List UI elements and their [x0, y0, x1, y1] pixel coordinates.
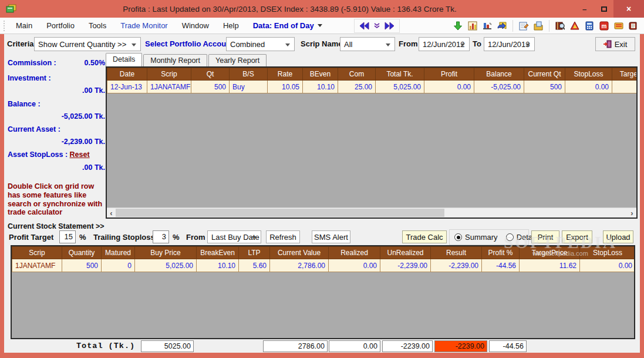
grid-row[interactable]: 12-Jun-131JANATAMF500Buy10.0510.1025.005…	[107, 81, 638, 93]
grid-cell[interactable]: 12-Jun-13	[107, 81, 147, 93]
chevron-down-icon	[132, 44, 136, 46]
minimize-button[interactable]: –	[575, 0, 594, 18]
menu-help[interactable]: Help	[216, 19, 246, 32]
grid-cell[interactable]: 1JANATAMF	[147, 81, 191, 93]
scrip-name-combo[interactable]: All	[340, 37, 395, 51]
grid-cell[interactable]: 10.10	[303, 81, 338, 93]
tab-monthly-report[interactable]: Monthly Report	[143, 54, 207, 66]
grid-row[interactable]: 1JANATAMF50005,025.0010.105.602,786.000.…	[12, 259, 636, 272]
summary-radio[interactable]: Summary	[454, 233, 498, 242]
grid-cell[interactable]: 11.62	[520, 259, 580, 272]
grid-cell[interactable]: 1JANATAMF	[12, 259, 62, 272]
statement-controls: Profit Target 15 % Trailing Stoploss 3 %…	[4, 229, 640, 245]
contacts-icon[interactable]	[628, 20, 639, 32]
grid-cell[interactable]: 500	[524, 81, 565, 93]
scroll-left-arrow[interactable]: ‹	[107, 208, 116, 218]
summary-sidebar: Commission : 0.50% Investment : .00 Tk. …	[4, 55, 107, 234]
column-header: Profit %	[482, 247, 520, 259]
app-window: Profita : Last Updated on 30/Apr/2013, D…	[0, 0, 644, 358]
menu-tools[interactable]: Tools	[82, 19, 113, 32]
investment-value: .00 Tk.	[8, 86, 105, 95]
calculator-icon[interactable]	[584, 20, 595, 32]
market-icon[interactable]: m	[598, 20, 610, 32]
bar-chart-icon[interactable]	[467, 20, 478, 32]
quantity-filter-value: Show Current Quantity >>	[38, 40, 126, 49]
grid-cell[interactable]: 10.10	[197, 259, 239, 272]
exit-label: Exit	[615, 40, 628, 49]
quantity-filter-combo[interactable]: Show Current Quantity >>	[34, 37, 141, 51]
from-date-picker[interactable]: 12/Jun/2012	[419, 37, 470, 51]
grid-cell[interactable]: 25.00	[338, 81, 376, 93]
trade-calc-button[interactable]: Trade Calc	[402, 230, 447, 243]
grid-cell[interactable]: 5,025.00	[135, 259, 197, 272]
exit-door-icon	[603, 40, 612, 48]
grid-cell[interactable]: 0.00	[580, 259, 636, 272]
scroll-right-arrow[interactable]: ›	[628, 208, 636, 218]
tab-details[interactable]: Details	[106, 53, 142, 66]
upload-button[interactable]: Upload	[603, 230, 633, 243]
refresh-button[interactable]: Refresh	[266, 230, 300, 243]
grid-cell[interactable]: 0	[102, 259, 135, 272]
grid-cell[interactable]: -2,239.00	[380, 259, 431, 272]
nav-expand-icon[interactable]	[373, 23, 380, 29]
radio-unselected-icon	[506, 233, 514, 241]
search-book-icon[interactable]	[554, 20, 566, 32]
trailing-stoploss-input[interactable]: 3	[153, 230, 169, 243]
print-button[interactable]: Print	[531, 230, 559, 243]
to-date-picker[interactable]: 12/Jun/2013	[484, 37, 535, 51]
close-button[interactable]: ×	[613, 0, 644, 18]
profit-target-input[interactable]: 15	[59, 230, 76, 243]
horizontal-scrollbar[interactable]: ‹ ›	[107, 208, 636, 218]
grid-cell[interactable]: -44.56	[482, 259, 520, 272]
column-header: TargetPrice	[520, 247, 580, 259]
grid-cell[interactable]: 5.60	[239, 259, 270, 272]
menu-window[interactable]: Window	[175, 19, 216, 32]
grid-cell[interactable]: 500	[62, 259, 102, 272]
column-header: Result	[431, 247, 482, 259]
total-profit-percent: -44.56	[489, 340, 527, 352]
from-basis-combo[interactable]: Last Buy Date	[207, 230, 261, 243]
window-title: Profita : Last Updated on 30/Apr/2013, D…	[0, 5, 579, 14]
grid-cell[interactable]: -5,025.00	[474, 81, 524, 93]
grid-cell[interactable]: 2,786.00	[270, 259, 329, 272]
chevron-down-icon	[252, 236, 257, 239]
grid-cell[interactable]: 0.00	[424, 81, 474, 93]
grid-cell[interactable]: 0.00	[565, 81, 612, 93]
menu-main[interactable]: Main	[9, 19, 39, 32]
tab-yearly-report[interactable]: Yearly Report	[208, 54, 267, 66]
data-mode-label: Data: End of Day	[253, 21, 314, 30]
titlebar[interactable]: Profita : Last Updated on 30/Apr/2013, D…	[0, 0, 644, 18]
nav-last-icon[interactable]	[384, 22, 395, 30]
grid-cell[interactable]: 0.00	[329, 259, 380, 272]
menu-portfolio[interactable]: Portfolio	[39, 19, 82, 32]
pyramid-icon[interactable]	[569, 20, 581, 32]
grid-cell[interactable]: 500	[191, 81, 230, 93]
commission-label: Commission :	[8, 59, 56, 67]
message-icon[interactable]	[613, 20, 625, 32]
column-chart-icon[interactable]	[481, 20, 493, 32]
column-header: UnRealized	[380, 247, 431, 259]
menu-data-mode[interactable]: Data: End of Day	[246, 19, 329, 32]
portfolio-account-combo[interactable]: Combined	[226, 37, 295, 51]
note-export-icon[interactable]	[496, 20, 508, 32]
grid-cell[interactable]: 10.05	[268, 81, 303, 93]
grid-cell[interactable]: -2,239.00	[431, 259, 482, 272]
exit-button[interactable]: Exit	[595, 37, 635, 51]
nav-first-icon[interactable]	[359, 22, 370, 30]
column-header: Buy Price	[135, 247, 197, 259]
total-current-value: 2786.00	[263, 340, 328, 352]
reset-link[interactable]: Reset	[70, 150, 90, 159]
maximize-icon	[601, 6, 607, 12]
grid-cell[interactable]	[612, 81, 638, 93]
scrollbar-thumb[interactable]	[116, 209, 444, 217]
export-button[interactable]: Export	[562, 230, 592, 243]
grid-cell[interactable]: Buy	[230, 81, 268, 93]
maximize-button[interactable]	[594, 0, 613, 18]
menu-trade-monitor[interactable]: Trade Monitor	[113, 19, 174, 32]
grid-cell[interactable]: 5,025.00	[376, 81, 424, 93]
download-icon[interactable]	[452, 20, 464, 32]
clipboard-icon[interactable]	[532, 20, 544, 32]
column-header: LTP	[239, 247, 270, 259]
sms-alert-button[interactable]: SMS Alert	[312, 230, 350, 243]
edit-icon[interactable]	[518, 20, 530, 32]
